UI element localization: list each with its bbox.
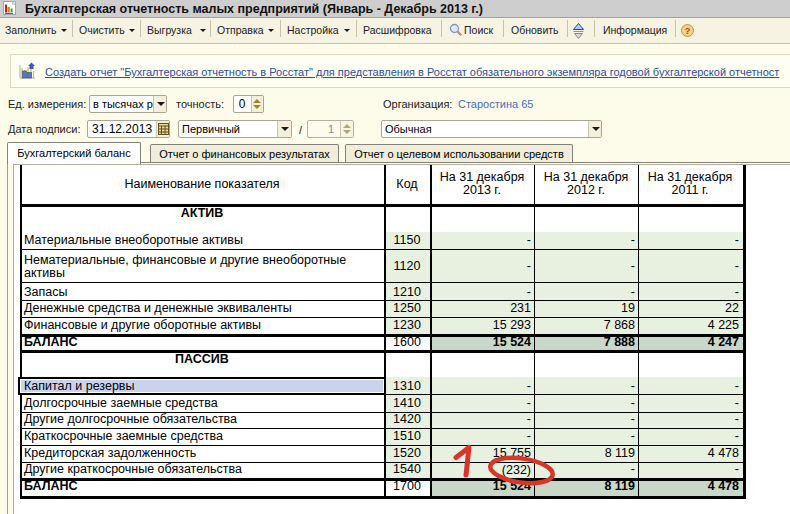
svg-text:?: ?: [685, 26, 691, 36]
